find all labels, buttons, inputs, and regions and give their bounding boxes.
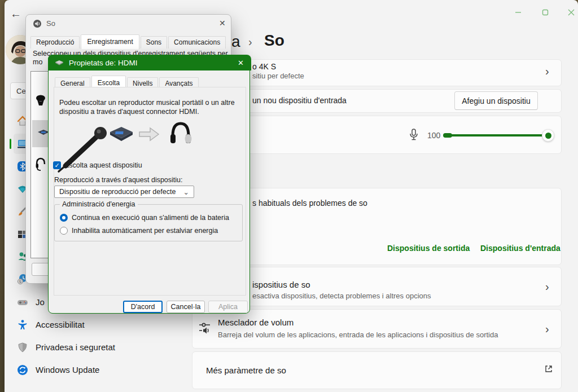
hdmi-listen-description: Podeu escoltar un reproductor musical po…	[59, 98, 239, 117]
minimize-button[interactable]	[507, 6, 529, 19]
playback-device-label: Reproducció a través d'aquest dispositiu…	[54, 176, 183, 184]
page-title: So	[264, 32, 284, 50]
svg-text:L: L	[19, 279, 21, 283]
sidebar-selected-indicator	[10, 139, 11, 149]
add-device-button-label: Afegiu un dispositiu	[462, 96, 530, 105]
chevron-right-icon: ›	[545, 65, 549, 78]
power-management-groupbox	[54, 204, 243, 241]
input-volume-slider[interactable]	[448, 134, 548, 136]
speaker-icon	[33, 19, 42, 30]
hdmi-properties-dialog: Propietats de: HDMI ✕ General Escolta Ni…	[48, 55, 250, 314]
slider-thumb-dot	[545, 133, 551, 139]
cancel-button-label: Cancel·la	[171, 303, 201, 311]
sidebar-item-windows-update-label: Windows Update	[36, 365, 99, 375]
arrow-right-icon	[138, 126, 160, 144]
tab-sons[interactable]: Sons	[141, 36, 167, 49]
playback-device-select[interactable]: Dispositiu de reproducció per defecte ⌄	[54, 186, 194, 198]
all-devices-title-fragment: ispositius de so	[252, 280, 310, 289]
troubleshoot-title-fragment: s habituals dels problemes de so	[252, 199, 367, 208]
radio-unselected-icon[interactable]	[60, 227, 68, 235]
so-dialog-intro-line2-fragment: mo	[33, 58, 42, 66]
sidebar-item-windows-update[interactable]	[17, 364, 28, 376]
radio-row-disable[interactable]: Inhabilita automàticament per estalviar …	[60, 227, 218, 235]
apply-button[interactable]: Aplica	[208, 301, 248, 313]
dropdown-chevron-icon: ⌄	[183, 188, 189, 196]
hdmi-dialog-close-icon[interactable]: ✕	[238, 59, 244, 67]
tab-enregistrament[interactable]: Enregistrament	[81, 34, 139, 49]
update-icon	[17, 364, 28, 376]
device-microphone-icon	[34, 94, 47, 110]
radio-row-battery[interactable]: Continua en execució quan s'alimenti de …	[60, 214, 229, 222]
apply-button-label: Aplica	[218, 303, 238, 311]
minimize-icon	[515, 9, 522, 16]
maximize-button[interactable]	[534, 6, 557, 19]
tab-comunicacions[interactable]: Comunicacions	[168, 36, 226, 49]
sidebar-item-privadesa-label: Privadesa i seguretat	[36, 342, 115, 352]
close-button[interactable]	[560, 6, 578, 19]
input-volume-slider-thumb[interactable]	[542, 129, 554, 142]
cancel-button[interactable]: Cancel·la	[167, 301, 205, 313]
device-headset-icon	[34, 156, 47, 173]
breadcrumb-parent-fragment[interactable]: a	[231, 33, 240, 51]
search-value: Ce	[16, 87, 26, 95]
radio-battery-label: Continua en execució quan s'alimenti de …	[72, 214, 229, 222]
volume-mixer-icon	[199, 322, 211, 338]
hdmi-dialog-titlebar: Propietats de: HDMI ✕	[48, 55, 251, 71]
output-device-title-fragment: o 4K S	[252, 62, 276, 71]
input-volume-value: 100	[427, 131, 440, 140]
sidebar-item-jocs-label: Jo	[36, 297, 45, 307]
add-device-button[interactable]: Afegiu un dispositiu	[454, 91, 538, 110]
add-input-label-fragment: un nou dispositiu d'entrada	[252, 96, 347, 105]
microphone-icon	[409, 129, 419, 143]
ok-button-label: D'acord	[131, 303, 155, 311]
radio-disable-label: Inhabilita automàticament per estalviar …	[72, 227, 218, 235]
headphones-illustration-icon	[168, 120, 193, 149]
more-settings-title: Més paràmetre de so	[206, 365, 286, 375]
output-device-subtitle-fragment: sitiu per defecte	[252, 72, 304, 80]
so-dialog-tabs: Reproducció Enregistrament Sons Comunica…	[30, 34, 227, 49]
so-dialog-title: So	[46, 19, 55, 28]
sidebar-item-privadesa[interactable]	[17, 342, 28, 353]
mixer-desc: Barreja del volum de les aplicacions, en…	[218, 331, 498, 339]
shield-icon	[17, 342, 28, 353]
so-dialog-close-icon[interactable]: ✕	[219, 19, 226, 28]
sidebar-item-jocs[interactable]	[17, 297, 28, 308]
accessibility-icon	[17, 319, 28, 331]
sidebar-item-accessibilitat[interactable]	[17, 319, 28, 331]
hdmi-device-illustration-icon	[108, 124, 135, 147]
radio-selected-icon[interactable]	[60, 214, 68, 222]
back-icon: ←	[10, 7, 21, 20]
output-devices-link[interactable]: Dispositius de sortida	[387, 244, 470, 253]
mixer-card[interactable]	[192, 309, 562, 349]
close-icon	[568, 9, 575, 16]
maximize-icon	[542, 9, 549, 16]
external-link-icon	[544, 364, 553, 376]
gamepad-icon	[17, 297, 28, 308]
listen-checkbox-row[interactable]: ✓ Escolta aquest dispositiu	[53, 161, 142, 169]
all-devices-desc-fragment: esactiva dispositius, detecta problemes …	[252, 292, 431, 300]
power-management-legend: Administració d'energia	[60, 200, 138, 208]
back-button[interactable]: ←	[10, 7, 21, 20]
ok-button[interactable]: D'acord	[123, 301, 163, 313]
breadcrumb-separator: ›	[248, 36, 252, 49]
checkbox-checked-icon[interactable]: ✓	[53, 161, 61, 169]
so-dialog-partial-button[interactable]	[32, 263, 50, 276]
chevron-right-icon: ›	[545, 280, 549, 293]
playback-device-value: Dispositiu de reproducció per defecte	[59, 188, 176, 196]
chevron-right-icon: ›	[545, 323, 549, 336]
listen-checkbox-label: Escolta aquest dispositiu	[64, 161, 142, 169]
sidebar-item-accessibilitat-label: Accessibilitat	[36, 320, 85, 329]
input-devices-link[interactable]: Dispositius d'entrada	[480, 244, 561, 253]
tab-reproduccio[interactable]: Reproducció	[30, 36, 80, 49]
hdmi-dialog-title: Propietats de: HDMI	[69, 59, 138, 67]
mixer-title: Mesclador de volum	[218, 318, 294, 327]
hdmi-device-icon	[55, 59, 64, 66]
